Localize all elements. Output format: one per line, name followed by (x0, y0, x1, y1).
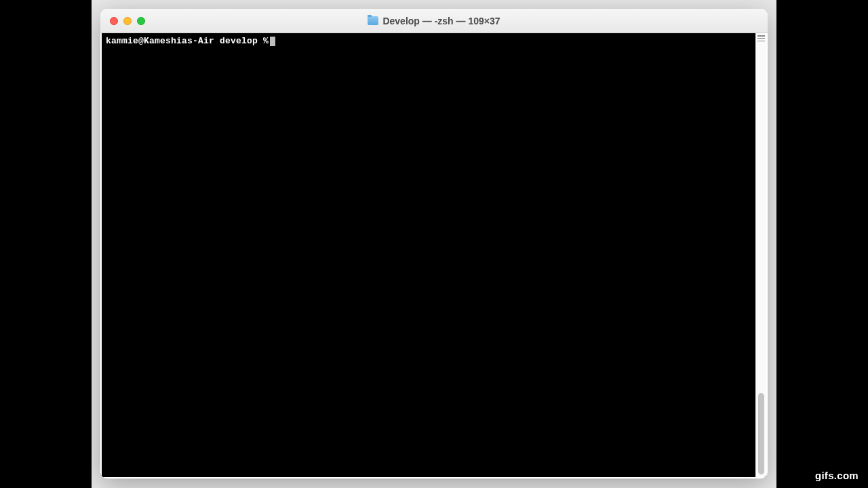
terminal-content[interactable]: kammie@Kameshias-Air develop % (102, 33, 755, 477)
cursor (270, 37, 275, 46)
close-button[interactable] (110, 17, 118, 25)
watermark: gifs.com (815, 470, 859, 481)
window-title: Develop — -zsh — 109×37 (382, 16, 500, 26)
scrollbar-menu-icon[interactable] (757, 35, 765, 41)
terminal-body: kammie@Kameshias-Air develop % (102, 33, 766, 477)
maximize-button[interactable] (137, 17, 145, 25)
minimize-button[interactable] (123, 17, 132, 25)
prompt-text: kammie@Kameshias-Air develop % (106, 36, 269, 47)
window-title-wrap: Develop — -zsh — 109×37 (100, 16, 768, 26)
scrollbar[interactable] (755, 33, 766, 477)
window-titlebar[interactable]: Develop — -zsh — 109×37 (100, 9, 768, 33)
scrollbar-thumb[interactable] (758, 393, 764, 474)
traffic-lights (100, 17, 145, 25)
prompt-line: kammie@Kameshias-Air develop % (106, 36, 751, 47)
folder-icon (368, 16, 378, 25)
terminal-window: Develop — -zsh — 109×37 kammie@Kameshias… (100, 9, 768, 479)
